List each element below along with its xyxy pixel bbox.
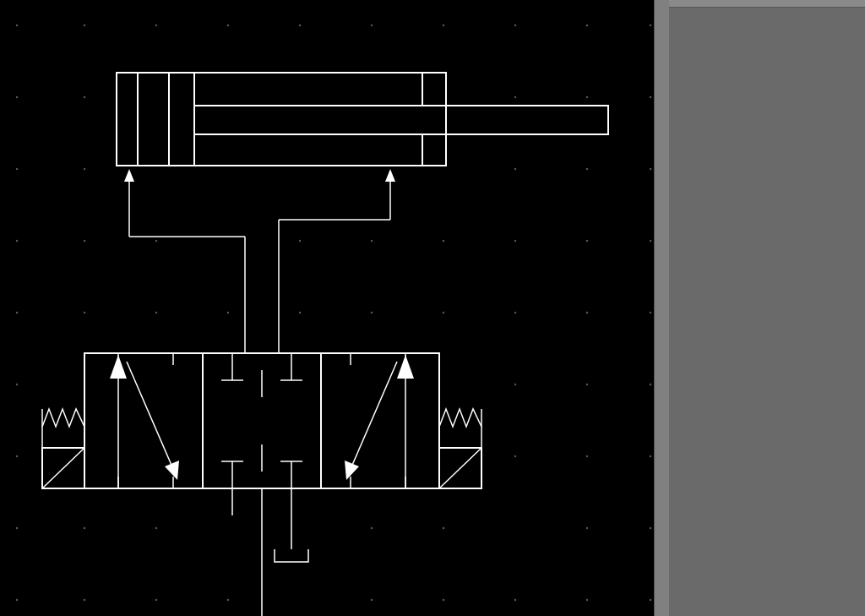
svg-line-107: [42, 448, 84, 488]
svg-point-54: [16, 599, 18, 601]
svg-point-18: [586, 168, 588, 170]
svg-point-42: [650, 384, 651, 385]
svg-rect-65: [169, 73, 194, 166]
svg-point-48: [84, 527, 85, 529]
palette-vertical-tab[interactable]: [654, 0, 669, 616]
svg-point-1: [84, 25, 85, 26]
svg-point-16: [84, 168, 85, 170]
svg-point-2: [155, 25, 157, 26]
svg-point-23: [299, 240, 301, 242]
svg-point-47: [16, 527, 18, 529]
svg-point-0: [16, 25, 18, 26]
svg-point-31: [155, 312, 157, 313]
svg-line-109: [439, 448, 481, 488]
svg-point-5: [371, 25, 373, 26]
svg-point-22: [155, 240, 157, 242]
spring-right: [439, 409, 481, 448]
svg-point-52: [586, 527, 588, 529]
svg-point-59: [443, 599, 444, 601]
svg-point-33: [299, 312, 301, 313]
ports: [232, 488, 308, 616]
svg-point-53: [650, 527, 651, 529]
svg-point-17: [514, 168, 516, 170]
solenoid-left: [42, 448, 84, 488]
svg-point-28: [650, 240, 651, 242]
svg-point-38: [650, 312, 651, 313]
palette-title: [669, 0, 865, 8]
svg-point-56: [155, 599, 157, 601]
svg-point-57: [227, 599, 229, 601]
svg-point-6: [443, 25, 444, 26]
svg-point-44: [514, 455, 516, 457]
svg-marker-69: [124, 169, 134, 182]
svg-point-51: [443, 527, 444, 529]
tool-palette: [654, 0, 865, 616]
svg-rect-63: [117, 73, 446, 166]
svg-point-15: [16, 168, 18, 170]
spring-left: [42, 409, 84, 448]
svg-point-11: [84, 96, 85, 98]
svg-point-34: [371, 312, 373, 313]
svg-point-20: [16, 240, 18, 242]
svg-point-39: [16, 384, 18, 385]
svg-point-27: [586, 240, 588, 242]
solenoid-right: [439, 448, 481, 488]
svg-point-26: [514, 240, 516, 242]
svg-point-9: [650, 25, 651, 26]
svg-point-37: [586, 312, 588, 313]
svg-point-14: [650, 96, 651, 98]
svg-point-58: [371, 599, 373, 601]
directional-valve: [84, 353, 439, 488]
svg-point-50: [371, 527, 373, 529]
svg-point-35: [443, 312, 444, 313]
svg-point-46: [650, 455, 651, 457]
svg-point-43: [16, 455, 18, 457]
svg-point-30: [84, 312, 85, 313]
svg-line-100: [351, 362, 397, 469]
svg-point-3: [227, 25, 229, 26]
svg-point-19: [650, 168, 651, 170]
svg-point-24: [371, 240, 373, 242]
svg-point-10: [16, 96, 18, 98]
svg-point-8: [586, 25, 588, 26]
svg-line-82: [127, 362, 173, 469]
svg-point-7: [514, 25, 516, 26]
svg-point-41: [586, 384, 588, 385]
grid-dots: [16, 25, 651, 601]
svg-point-13: [586, 96, 588, 98]
cad-canvas[interactable]: [0, 0, 654, 616]
svg-point-61: [586, 599, 588, 601]
svg-marker-70: [385, 169, 395, 182]
connection-lines: [124, 169, 395, 353]
pneumatic-cylinder: [117, 73, 608, 166]
svg-point-25: [443, 240, 444, 242]
svg-point-49: [155, 527, 157, 529]
svg-point-40: [514, 384, 516, 385]
svg-point-21: [84, 240, 85, 242]
svg-rect-77: [84, 353, 203, 488]
svg-marker-101: [345, 461, 359, 480]
svg-rect-79: [321, 353, 439, 488]
svg-marker-83: [165, 461, 179, 480]
svg-point-4: [299, 25, 301, 26]
svg-rect-66: [194, 106, 608, 134]
svg-point-36: [514, 312, 516, 313]
svg-point-55: [84, 599, 85, 601]
svg-point-29: [16, 312, 18, 313]
svg-point-62: [650, 599, 651, 601]
svg-point-45: [586, 455, 588, 457]
svg-point-12: [514, 96, 516, 98]
svg-point-32: [227, 312, 229, 313]
svg-point-60: [514, 599, 516, 601]
